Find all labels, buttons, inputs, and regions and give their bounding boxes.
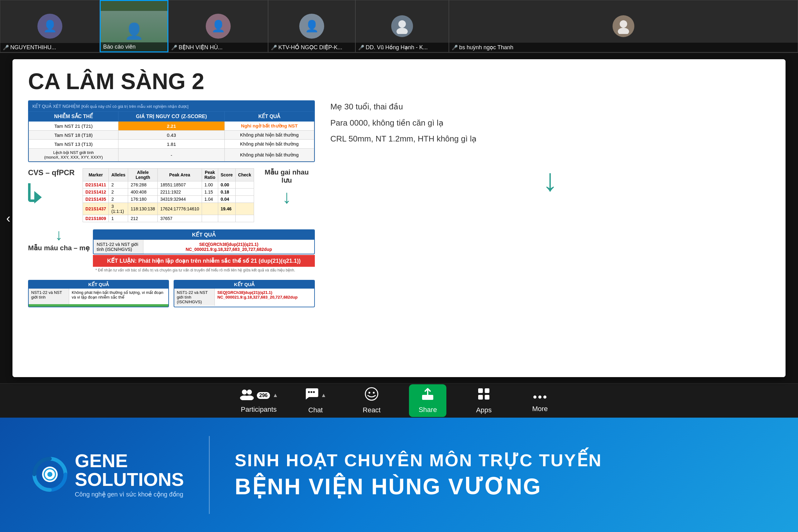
participant-label-5: DD. Vũ Hồng Hạnh - K... <box>366 44 428 51</box>
toolbar-share[interactable]: Share <box>409 384 446 417</box>
participants-chevron: ▲ <box>272 392 278 399</box>
participant-benh-vien[interactable]: 👤 🎤 BỆNH VIỆN HÙ... <box>168 0 268 52</box>
avatar-circle-4: 👤 <box>299 14 324 39</box>
share-icon <box>421 387 435 404</box>
svg-point-25 <box>48 472 52 477</box>
score-t13: 1.81 <box>118 140 225 149</box>
svg-rect-15 <box>478 388 483 393</box>
participant-name-4: 🎤 KTV-HỒ NGỌC DIỆP-K... <box>268 43 355 52</box>
participant-name-6: 🎤 bs huỳnh ngọc Thanh <box>449 43 798 52</box>
participant-name-1: 🎤 NGUYENTHIHU... <box>0 43 99 52</box>
ket-qua-table: NHIỄM SẮC THỂ GIÁ TRỊ NGUY CƠ (Z-SCORE) … <box>29 111 314 162</box>
gene-solutions-logo-icon <box>31 456 69 494</box>
svg-point-1 <box>397 28 408 34</box>
banner-line2: BỆNH VIỆN HÙNG VƯƠNG <box>235 473 602 499</box>
logo-solutions: SOLUTIONS <box>75 470 184 489</box>
toolbar-react[interactable]: React <box>353 387 390 414</box>
svg-point-10 <box>313 391 315 393</box>
svg-point-20 <box>538 396 542 399</box>
left-chevron-button[interactable]: ‹ <box>6 211 10 225</box>
table-row: D21S1412 2 400:408 2211:1922 1.15 0.18 <box>83 189 254 196</box>
ket-qua-subheader: [Kết quả này chỉ có giá trị trên mẫu xét… <box>81 104 189 109</box>
bottom-box-2: KẾT QUẢ NST1-22 và NST giới tính (ISCN/H… <box>174 280 315 307</box>
result-t13: Không phát hiện bất thường <box>225 140 314 149</box>
participant-name-5: 🎤 DD. Vũ Hồng Hạnh - K... <box>356 43 449 52</box>
participant-bs-huynh[interactable]: 🎤 bs huỳnh ngọc Thanh <box>449 0 798 52</box>
participant-dd[interactable]: 🎤 DD. Vũ Hồng Hạnh - K... <box>355 0 449 52</box>
score-t18: 0.43 <box>118 131 225 140</box>
mau-gai-label: Mẫu gai nhau lưu <box>259 168 315 185</box>
participant-name-2: Báo cáo viên <box>101 42 167 52</box>
toolbar-apps[interactable]: Apps <box>465 387 502 414</box>
bb-row-1: NST1-22 và NST giới tính Không phát hiện… <box>29 289 168 304</box>
participant-label-3: BỆNH VIỆN HÙ... <box>178 44 223 51</box>
participant-nguyenthihu[interactable]: 👤 🎤 NGUYENTHIHU... <box>0 0 100 52</box>
result-sex: Không phát hiện bất thường <box>225 149 314 162</box>
slide-inner: CA LÂM SÀNG 2 KẾT QUẢ XÉT NGHIỆM [Kết qu… <box>13 59 785 377</box>
participant-label-1: NGUYENTHIHU... <box>10 44 56 51</box>
toolbar-chat[interactable]: ▲ Chat <box>297 387 334 414</box>
banner-line1: SINH HOẠT CHUYÊN MÔN TRỰC TUYẾN <box>235 450 602 470</box>
svg-point-4 <box>242 390 247 395</box>
participant-ktv[interactable]: 👤 🎤 KTV-HỒ NGỌC DIỆP-K... <box>268 0 355 52</box>
nst-t21: Tam NST 21 (T21) <box>29 121 118 131</box>
right-line-1: Mẹ 30 tuổi, thai đầu <box>330 100 770 113</box>
svg-point-13 <box>373 392 375 394</box>
table-row: Lệch bội NST giới tính(monoX, XXY, XXX, … <box>29 149 314 162</box>
branding-banner: GENE SOLUTIONS Công nghệ gen vì sức khoẻ… <box>0 418 798 532</box>
cvs-label: CVS – qfPCR <box>28 168 78 177</box>
react-label: React <box>363 406 381 414</box>
bottom-box-1: KẾT QUẢ NST1-22 và NST giới tính Không p… <box>28 280 169 307</box>
main-container: 👤 🎤 NGUYENTHIHU... 👤 Báo cáo viên <box>0 0 798 532</box>
participant-bao-cao-vien[interactable]: 👤 Báo cáo viên <box>100 0 168 52</box>
ket-qua-result-box: KẾT QUẢ NST1-22 và NST giới tính (ISCN/H… <box>93 229 315 254</box>
avatar-circle-5 <box>391 15 413 37</box>
table-row: Tam NST 21 (T21) 2.21 Nghi ngờ bất thườn… <box>29 121 314 131</box>
chat-icon <box>305 387 318 404</box>
toolbar-more[interactable]: More <box>521 388 558 413</box>
svg-rect-17 <box>478 395 483 400</box>
slide-right: Mẹ 30 tuổi, thai đầu Para 0000, không ti… <box>324 100 770 368</box>
table-row: D21S1809 1 212 37657 <box>83 215 254 222</box>
toolbar-participants[interactable]: 296 ▲ Participants <box>240 388 278 414</box>
apps-label: Apps <box>476 406 492 414</box>
participant-label-4: KTV-HỒ NGỌC DIỆP-K... <box>278 44 342 51</box>
svg-point-9 <box>310 391 312 393</box>
mau-mau-label: Mẫu máu cha – mẹ <box>28 244 90 252</box>
banner-divider <box>209 436 210 514</box>
svg-point-0 <box>398 20 406 28</box>
green-bar-1 <box>29 304 168 307</box>
mic-muted-icon-5: 🎤 <box>358 44 364 51</box>
mic-muted-icon-4: 🎤 <box>271 44 277 51</box>
avatar-circle-3: 👤 <box>206 14 231 39</box>
bb-row-2: NST1-22 và NST giới tính (ISCN/HGVS) SEQ… <box>174 289 314 306</box>
qfpcr-table: Marker Alleles Allele Length Peak Area P… <box>82 168 254 222</box>
slide-body: KẾT QUẢ XÉT NGHIỆM [Kết quả này chỉ có g… <box>28 100 770 368</box>
slide-wrapper: CA LÂM SÀNG 2 KẾT QUẢ XÉT NGHIỆM [Kết qu… <box>0 53 798 383</box>
right-line-2: Para 0000, không tiền căn gì lạ <box>330 117 770 130</box>
col-result: KẾT QUẢ <box>225 112 314 121</box>
apps-icon <box>477 387 491 404</box>
kqr-header: KẾT QUẢ <box>94 230 314 240</box>
nst-sex: Lệch bội NST giới tính(monoX, XXY, XXX, … <box>29 149 118 162</box>
slide-frame: CA LÂM SÀNG 2 KẾT QUẢ XÉT NGHIỆM [Kết qu… <box>13 59 785 377</box>
result-t21: Nghi ngờ bất thường NST <box>225 121 314 131</box>
kqr-left: NST1-22 và NST giới tính (ISCN/HGVS) <box>94 240 144 254</box>
qf-col-peak-ratio: Peak Ratio <box>202 169 218 182</box>
participants-icon <box>240 388 254 403</box>
avatar-circle-6 <box>612 15 634 37</box>
table-row: D21S1437 3 (1:1:1) 118:130:138 17624:177… <box>83 203 254 215</box>
logo-gene: GENE <box>75 452 184 470</box>
nst-t18: Tam NST 18 (T18) <box>29 131 118 140</box>
slide-left: KẾT QUẢ XÉT NGHIỆM [Kết quả này chỉ có g… <box>28 100 315 368</box>
score-t21: 2.21 <box>118 121 225 131</box>
bb-right-2: SEQ[GRCh38]dup(21)(q21.1)NC_000021.9:g.1… <box>215 289 314 306</box>
svg-point-19 <box>533 396 536 399</box>
svg-point-11 <box>365 388 378 400</box>
more-icon <box>533 388 547 402</box>
share-label: Share <box>419 406 437 414</box>
score-sex: - <box>118 149 225 162</box>
chat-chevron: ▲ <box>321 392 326 399</box>
ket-qua-box: KẾT QUẢ XÉT NGHIỆM [Kết quả này chỉ có g… <box>28 100 315 162</box>
kqr-right: SEQ[GRCh38]dup(21)(q21.1)NC_000021.9:g.1… <box>144 240 314 254</box>
